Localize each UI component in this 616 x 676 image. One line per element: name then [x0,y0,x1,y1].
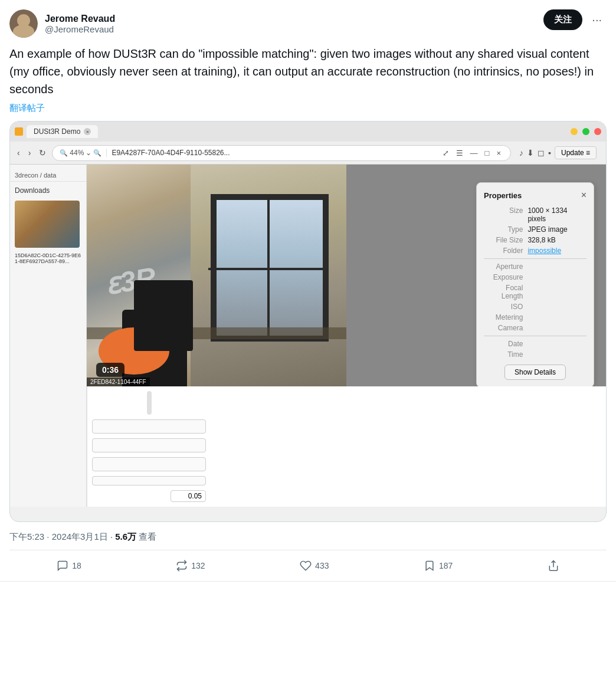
more-options-button[interactable]: ··· [587,11,607,29]
like-button[interactable]: 433 [295,557,333,574]
right-input-4[interactable] [92,476,206,485]
user-name[interactable]: Jerome Revaud [45,14,115,24]
forward-button[interactable]: › [26,147,34,159]
props-folder-label: Folder [484,247,523,255]
show-details-button[interactable]: Show Details [504,365,566,380]
translate-link[interactable]: 翻译帖子 [9,103,607,114]
props-exposure-row: Exposure [484,273,586,281]
props-camera-label: Camera [484,324,523,332]
right-input-3[interactable] [92,457,206,471]
main-image-area[interactable]: ɛ3R 0:36 2FED842-1104-44FF Properties × … [87,165,606,386]
office-photo: ɛ3R [87,165,346,386]
browser-nav-left: DUSt3R Demo × [15,125,98,138]
retweet-button[interactable]: 132 [171,557,209,574]
right-input-2[interactable] [92,438,206,452]
user-handle[interactable]: @JeromeRevaud [45,24,115,34]
props-iso-label: ISO [484,303,523,311]
minimize-button[interactable] [571,128,578,135]
zoom-level: 44% [70,149,84,157]
tweet-footer-meta: 下午5:23 · 2024年3月1日 · 5.6万 查看 [9,529,607,543]
tab-icon[interactable]: ◻ [538,148,545,157]
props-divider-2 [484,336,586,336]
props-time-value [523,350,586,359]
zoom-dropdown-icon[interactable]: ⌄ [86,149,91,157]
timer-badge: 0:36 [96,363,124,377]
right-input-1[interactable] [92,419,206,434]
props-size-label: Size [484,206,523,223]
props-close-button[interactable]: × [581,190,586,201]
avatar-face [9,9,38,38]
right-panel [87,386,211,507]
comment-icon [57,560,68,572]
media-container[interactable]: DUSt3R Demo × ‹ › ↻ 🔍 [9,121,607,522]
props-date-row: Date [484,340,586,348]
props-metering-label: Metering [484,313,523,321]
right-input-area [92,419,206,502]
browser-addressbar-row: ‹ › ↻ 🔍 44% ⌄ 🔍 E9A4287F-70A0-4D4F-9110-… [10,142,606,164]
sidebar-breadcrumb[interactable]: 3drecon / data [10,169,86,182]
scroll-indicator [147,391,152,415]
props-exposure-label: Exposure [484,273,523,281]
tweet-views[interactable]: 5.6万 [115,531,136,542]
bookmark-button[interactable]: 187 [419,557,457,574]
sidebar-downloads[interactable]: Downloads [10,184,86,197]
browser-sidebar: 3drecon / data Downloads 15D6A82C-0D1C-4… [10,165,87,507]
close-button[interactable] [594,128,601,135]
refresh-button[interactable]: ↻ [37,147,48,159]
music-icon[interactable]: ♪ [519,148,523,157]
user-info: Jerome Revaud @JeromeRevaud [45,14,115,34]
avatar[interactable] [9,9,38,38]
browser-chrome: DUSt3R Demo × ‹ › ↻ 🔍 [10,122,606,165]
props-aperture-value [523,262,586,271]
bookmark-icon [424,560,435,572]
zoom-controls: 🔍 44% ⌄ 🔍 [60,149,107,157]
props-filesize-value: 328,8 kB [523,236,586,244]
back-button[interactable]: ‹ [15,147,22,159]
props-title: Properties [484,191,522,200]
props-time-label: Time [484,350,523,359]
expand-icon[interactable]: ⤢ [440,147,451,159]
maximize-button[interactable] [582,128,589,135]
bookmark-count: 187 [439,561,453,570]
window-icon[interactable]: □ [483,147,492,159]
props-iso-row: ISO [484,303,586,311]
props-date-value [523,340,586,348]
browser-tab[interactable]: DUSt3R Demo × [27,125,98,138]
props-aperture-row: Aperture [484,262,586,271]
tweet-views-suffix: 查看 [136,531,156,542]
sidebar-icon[interactable]: ▪ [548,148,551,157]
props-metering-row: Metering [484,313,586,321]
address-actions: ⤢ ☰ — □ × [440,147,503,159]
tweet-container: Jerome Revaud @JeromeRevaud 关注 ··· An ex… [0,0,616,582]
tweet-header-left: Jerome Revaud @JeromeRevaud [9,9,115,38]
props-folder-value[interactable]: impossible [523,247,586,255]
tweet-text: An example of how DUSt3R can do "impossi… [9,45,607,98]
comment-button[interactable]: 18 [52,557,86,574]
right-value-row [92,490,206,502]
tab-label: DUSt3R Demo [34,127,80,136]
retweet-icon [176,560,188,572]
follow-button[interactable]: 关注 [543,9,582,30]
addr-close-icon[interactable]: × [494,147,503,159]
split-icon[interactable]: ☰ [454,147,466,159]
props-focal-label: Focal Length [484,284,523,300]
zoom-out-icon[interactable]: 🔍 [60,149,68,157]
update-button[interactable]: Update ≡ [555,146,597,159]
address-bar[interactable]: 🔍 44% ⌄ 🔍 E9A4287F-70A0-4D4F-9110-55826.… [52,145,511,161]
filename-bottom: 2FED842-1104-44FF [87,378,150,386]
tab-close-icon[interactable]: × [84,128,91,135]
right-number-input[interactable] [171,490,206,502]
browser-content: 3drecon / data Downloads 15D6A82C-0D1C-4… [10,165,606,507]
sidebar-thumbnail[interactable] [15,201,80,248]
browser-window-controls [571,128,601,135]
minimize-icon[interactable]: — [468,147,480,159]
comment-count: 18 [72,561,81,570]
share-button[interactable] [543,557,564,574]
share-icon [548,560,559,572]
tweet-header: Jerome Revaud @JeromeRevaud 关注 ··· [9,9,607,38]
download-icon[interactable]: ⬇ [527,148,534,157]
browser-topbar: DUSt3R Demo × [10,122,606,142]
zoom-in-icon[interactable]: 🔍 [93,149,101,157]
browser-main: ɛ3R 0:36 2FED842-1104-44FF Properties × … [87,165,606,507]
props-size-value: 1000 × 1334 pixels [523,206,586,223]
